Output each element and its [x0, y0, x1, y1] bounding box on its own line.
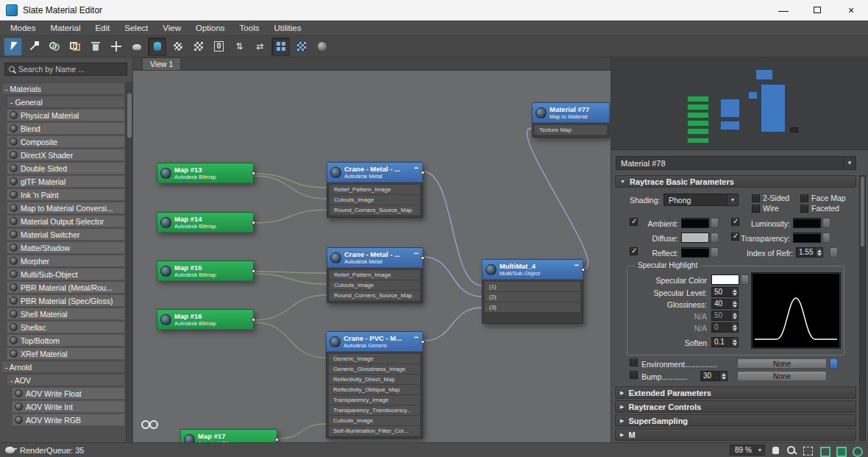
node-map-16[interactable]: Map #16Autodesk Bitmap: [157, 309, 254, 330]
show-numbers-button[interactable]: 0: [210, 38, 228, 56]
zoom-level-dropdown[interactable]: 89 % ▼: [730, 444, 765, 456]
slot-self-illumination-filter-col[interactable]: Self-Illumination_Filter_Col...: [329, 426, 420, 436]
transparency-map-button[interactable]: [822, 233, 830, 243]
glossiness-spinner[interactable]: 40: [711, 299, 739, 309]
slot-texture-map[interactable]: Texture Map: [535, 125, 607, 135]
tree-item-aov-write-int[interactable]: AOV Write Int: [12, 400, 125, 413]
slot-cutouts-image[interactable]: Cutouts_Image: [329, 416, 420, 425]
slot-transparency-image[interactable]: Transparency_Image: [329, 395, 420, 405]
node-material-77[interactable]: Material #77Map to MaterialTexture Map: [532, 102, 610, 138]
bump-map-button[interactable]: None: [737, 371, 827, 381]
rollout-m[interactable]: ▶M: [615, 428, 856, 441]
node-collapse-button[interactable]: −: [413, 163, 419, 173]
tree-item-ink-n-paint[interactable]: Ink 'n Paint: [7, 188, 125, 201]
material-selector-dropdown[interactable]: Material #78 ▼: [616, 156, 856, 170]
pan-to-selected-icon[interactable]: [850, 444, 863, 456]
tree-section-arnold[interactable]: - Arnold: [1, 361, 125, 373]
reflect-map-button[interactable]: [711, 247, 719, 258]
wire-checkbox[interactable]: [752, 205, 760, 213]
face-map-option[interactable]: Face Map: [800, 194, 846, 202]
spinner-arrows-icon[interactable]: [731, 337, 739, 347]
tree-item-directx-shader[interactable]: DirectX Shader: [7, 149, 125, 161]
parameters-scrollbar[interactable]: [859, 175, 866, 441]
show-background-button[interactable]: [168, 38, 187, 56]
menu-tools[interactable]: Tools: [232, 21, 267, 35]
node-output-socket[interactable]: [421, 340, 424, 344]
node-crane-metal-1[interactable]: Crane - Metal - ...Autodesk Metal−Relief…: [327, 162, 423, 218]
ior-value[interactable]: 1.55: [796, 247, 816, 258]
menu-material[interactable]: Material: [43, 21, 88, 35]
node-canvas[interactable]: Material #77Map to MaterialTexture MapMa…: [133, 71, 611, 442]
ior-map-button[interactable]: [830, 247, 838, 258]
node-output-socket[interactable]: [581, 268, 585, 272]
tree-item-morpher[interactable]: Morpher: [7, 255, 125, 267]
slot-2[interactable]: (2): [485, 292, 580, 302]
spinner-arrows-icon[interactable]: [816, 247, 823, 258]
node-map-14[interactable]: Map #14Autodesk Bitmap: [157, 212, 254, 233]
binoculars-icon[interactable]: [140, 417, 158, 430]
node-crane-metal-2[interactable]: Crane - Metal - ...Autodesk Metal−Relief…: [327, 247, 423, 303]
zoom-extents-selected-icon[interactable]: [834, 444, 847, 456]
wire-option[interactable]: Wire: [752, 204, 779, 213]
align-vertical-button[interactable]: ⇅: [230, 38, 249, 56]
slot-cutouts-image[interactable]: Cutouts_Image: [330, 195, 420, 205]
spinner-arrows-icon[interactable]: [720, 371, 728, 381]
delete-selected-button[interactable]: [86, 38, 104, 56]
slot-3[interactable]: (3): [485, 302, 580, 312]
node-wire[interactable]: [254, 210, 327, 223]
environment-map-button[interactable]: None: [737, 358, 827, 369]
tree-item-aov-write-float[interactable]: AOV Write Float: [12, 387, 125, 400]
luminosity-color-swatch[interactable]: [793, 218, 821, 228]
soften-spinner[interactable]: 0.1: [711, 337, 739, 347]
material-id-channel-button[interactable]: [313, 38, 331, 56]
node-wire[interactable]: [254, 174, 327, 188]
slot-relief-pattern-image[interactable]: Relief_Pattern_Image: [330, 270, 420, 280]
move-children-button[interactable]: [107, 38, 125, 56]
tree-item-map-to-material-conversi[interactable]: Map to Material Conversi...: [7, 202, 125, 214]
tree-item-pbr-material-metal-rou[interactable]: PBR Material (Metal/Rou...: [7, 281, 125, 294]
node-wire[interactable]: [254, 272, 327, 273]
show-shaded-material-in-viewport-button[interactable]: [148, 38, 166, 56]
diffuse-map-button[interactable]: [711, 233, 719, 243]
tree-item-top-bottom[interactable]: Top/Bottom: [7, 334, 125, 347]
tree-item-shellac[interactable]: Shellac: [7, 321, 125, 333]
node-multimat-4[interactable]: MultiMat_4Multi/Sub-Object−(1)(2)(3): [482, 259, 583, 324]
bump-checkbox[interactable]: [630, 371, 638, 379]
node-output-socket[interactable]: [252, 171, 255, 175]
diffuse-color-swatch[interactable]: [681, 233, 709, 243]
node-output-socket[interactable]: [252, 269, 255, 273]
node-output-socket[interactable]: [252, 318, 255, 322]
spinner-arrows-icon[interactable]: [731, 287, 739, 297]
pan-hand-icon[interactable]: [769, 444, 782, 456]
zoom-extents-icon[interactable]: [818, 444, 830, 456]
slot-reflectivity-oblique-map[interactable]: Reflectivity_Oblique_Map: [329, 385, 420, 394]
node-crane-pvc[interactable]: Crane - PVC - M...Autodesk Generic−Gener…: [326, 331, 423, 439]
node-wire[interactable]: [527, 128, 588, 269]
menu-utilities[interactable]: Utilities: [266, 21, 308, 35]
environment-toggle[interactable]: [630, 358, 638, 366]
ior-spinner[interactable]: 1.55: [796, 247, 823, 258]
tree-section-materials[interactable]: - Materials: [1, 82, 125, 95]
menu-modes[interactable]: Modes: [3, 21, 43, 35]
tab-view1[interactable]: View 1: [142, 57, 181, 70]
node-collapse-button[interactable]: −: [413, 332, 419, 342]
menu-select[interactable]: Select: [117, 21, 155, 35]
tree-item-shell-material[interactable]: Shell Material: [7, 308, 125, 320]
node-output-socket[interactable]: [252, 221, 255, 224]
node-wire[interactable]: [423, 308, 482, 341]
ambient-color-swatch[interactable]: [681, 218, 709, 228]
specular-level-spinner[interactable]: 50: [711, 287, 739, 297]
slot-round-corners-source-map[interactable]: Round_Corners_Source_Map: [330, 205, 420, 215]
search-input[interactable]: [18, 65, 114, 74]
tree-item-multi-sub-object[interactable]: Multi/Sub-Object: [7, 268, 125, 280]
menu-options[interactable]: Options: [188, 21, 232, 35]
slot-cutouts-image[interactable]: Cutouts_Image: [330, 280, 420, 290]
node-wire[interactable]: [277, 424, 326, 439]
specular-color-swatch[interactable]: [711, 274, 739, 285]
node-output-socket[interactable]: [275, 438, 279, 442]
show-grid-button[interactable]: [189, 38, 207, 56]
maximize-button[interactable]: [800, 0, 834, 20]
bump-toggle[interactable]: [630, 371, 638, 379]
specular-color-map-button[interactable]: [741, 274, 749, 285]
search-box[interactable]: [4, 63, 127, 76]
